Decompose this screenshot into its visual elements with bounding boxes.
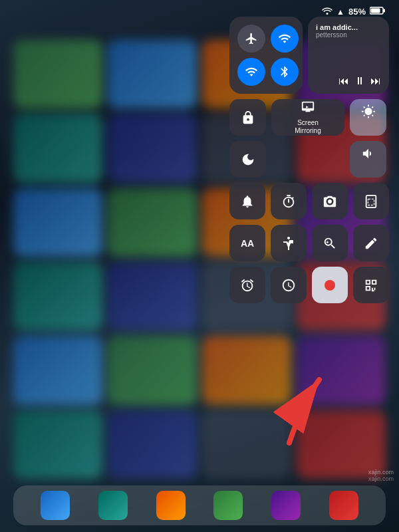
status-bar: ▲ 85%: [322, 7, 386, 17]
signal-icon: ▲: [336, 7, 344, 17]
airplane-mode-button[interactable]: [237, 25, 265, 53]
cc-row-4: AA: [229, 225, 389, 261]
svg-marker-4: [306, 106, 309, 108]
timer-button[interactable]: [271, 183, 307, 219]
brightness-slider[interactable]: [350, 99, 386, 136]
accessibility-button[interactable]: [271, 225, 307, 261]
magnifier-button[interactable]: [312, 225, 348, 261]
dock-icon-4[interactable]: [213, 491, 243, 520]
cc-row-5: [229, 267, 389, 303]
svg-rect-6: [368, 199, 374, 205]
dock-icon-1[interactable]: [41, 491, 70, 520]
battery-icon: [370, 7, 386, 17]
cc-row-3: [229, 183, 389, 219]
music-controls: ⏮ ⏸ ⏭: [316, 75, 381, 87]
wifi-toggle-button[interactable]: [271, 25, 299, 53]
edit-button[interactable]: [353, 225, 389, 261]
dock-icon-2[interactable]: [98, 491, 128, 520]
pause-button[interactable]: ⏸: [354, 75, 365, 87]
brightness-icon: [361, 104, 376, 122]
dock-icon-3[interactable]: [156, 491, 186, 520]
screen-mirroring-icon: [301, 100, 315, 118]
volume-slider[interactable]: [350, 141, 386, 178]
bluetooth-toggle-button[interactable]: [271, 58, 299, 86]
clock-button[interactable]: [271, 267, 307, 303]
dock: [13, 485, 386, 525]
qr-code-button[interactable]: [353, 267, 389, 303]
alarm-button[interactable]: [229, 267, 265, 303]
cc-row-2: ScreenMirroring: [229, 99, 389, 178]
do-not-disturb-button[interactable]: [229, 141, 266, 178]
music-artist: pettersson: [316, 31, 381, 39]
screen-mirroring-button[interactable]: ScreenMirroring: [271, 99, 344, 136]
sliders-group: [350, 99, 386, 178]
control-center: i am addic... pettersson ⏮ ⏸ ⏭: [229, 17, 389, 309]
dock-icon-6[interactable]: [329, 491, 358, 520]
music-player-panel: i am addic... pettersson ⏮ ⏸ ⏭: [308, 17, 389, 94]
watermark-line1: xajin.com: [368, 469, 394, 475]
music-info: i am addic... pettersson: [316, 23, 381, 39]
wifi-icon: [322, 7, 332, 17]
volume-icon: [361, 146, 376, 164]
cellular-toggle-button[interactable]: [237, 58, 265, 86]
lock-screen-button[interactable]: [353, 183, 389, 219]
orientation-lock-button[interactable]: [229, 99, 266, 136]
svg-rect-2: [383, 9, 385, 13]
next-track-button[interactable]: ⏭: [370, 75, 381, 87]
watermark-line2: xajin.com: [368, 475, 394, 482]
svg-point-7: [287, 237, 290, 239]
svg-point-8: [325, 280, 335, 291]
prev-track-button[interactable]: ⏮: [338, 75, 349, 87]
screen-mirroring-label: ScreenMirroring: [295, 119, 321, 135]
cc-top-row: i am addic... pettersson ⏮ ⏸ ⏭: [229, 17, 389, 94]
watermark: xajin.com xajin.com: [368, 469, 394, 482]
bell-button[interactable]: [229, 183, 265, 219]
svg-rect-3: [371, 9, 380, 13]
connectivity-panel: [229, 17, 303, 94]
text-size-button[interactable]: AA: [229, 225, 265, 261]
camera-button[interactable]: [312, 183, 348, 219]
music-title: i am addic...: [316, 23, 381, 31]
battery-text: 85%: [348, 7, 366, 17]
dock-icon-5[interactable]: [271, 491, 301, 520]
screen-record-button[interactable]: [312, 267, 348, 303]
svg-point-0: [327, 13, 329, 15]
